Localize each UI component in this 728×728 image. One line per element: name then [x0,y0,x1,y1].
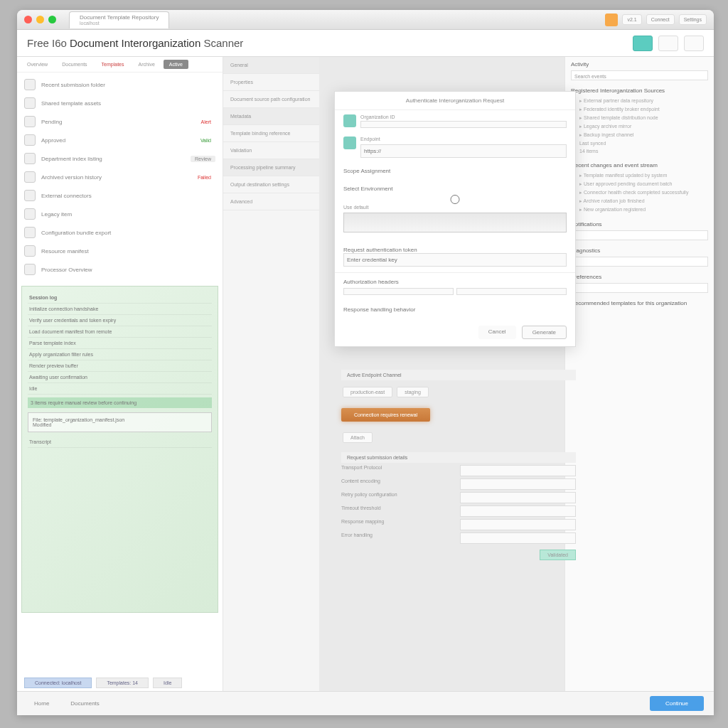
preferences-box[interactable] [571,283,708,293]
sidebar-item[interactable]: Resource manifest [17,242,223,260]
endpoint-input[interactable] [360,144,567,158]
sidebar-item[interactable]: Archived version historyFailed [17,168,223,186]
property-section[interactable]: Template binding reference [223,125,319,142]
status-templates: Templates: 14 [96,678,149,688]
property-section[interactable]: Properties [223,74,319,91]
event-item[interactable]: Connector health check completed success… [571,188,708,197]
sidebar-item-label: Recent submission folder [41,82,215,88]
field-input[interactable] [460,505,576,517]
document-icon [24,116,36,127]
footer-documents[interactable]: Documents [63,697,106,710]
property-section[interactable]: Processing pipeline summary [223,159,319,176]
header-action-3[interactable] [684,36,704,51]
tab-archive[interactable]: Archive [133,60,161,69]
field-label: Timeout threshold [341,505,456,517]
source-item[interactable]: Backup ingest channel [571,131,708,139]
status-tag: Review [191,156,215,162]
property-section[interactable]: Validation [223,142,319,159]
sidebar-item[interactable]: Configuration bundle export [17,223,223,242]
sidebar-item[interactable]: ApprovedValid [17,131,223,149]
form-row: Retry policy configuration [341,492,576,503]
env-pill-prod[interactable]: production-east [343,387,392,397]
source-item[interactable]: Federated identity broker endpoint [571,105,708,114]
log-row: Load document manifest from remote [28,326,212,338]
source-item[interactable]: Legacy archive mirror [571,122,708,131]
right-panel: Activity Search events Registered Intero… [564,57,714,715]
sidebar-item[interactable]: PendingAlert [17,112,223,131]
window-controls [24,16,56,23]
property-section[interactable]: General [223,57,319,74]
diagnostics-title: Diagnostics [571,247,708,254]
browser-tab[interactable]: Document Template Repository localhost [69,11,169,28]
log-row: Verify user credentials and token expiry [28,315,212,326]
property-section[interactable]: Document source path configuration [223,91,319,108]
diagnostics-box[interactable] [571,257,708,267]
validated-badge: Validated [540,550,576,560]
source-item[interactable]: External partner data repository [571,97,708,105]
footer: Home Documents Continue [17,691,714,715]
sidebar: Overview Documents Templates Archive Act… [17,57,223,715]
header-key-input[interactable] [343,288,454,295]
credential-input[interactable] [343,253,567,267]
sidebar-item[interactable]: Shared template assets [17,94,223,112]
sidebar-item[interactable]: Legacy item [17,205,223,223]
sidebar-item[interactable]: Processor Overview [17,260,223,279]
event-item[interactable]: User approved pending document batch [571,180,708,188]
header-action-2[interactable] [658,36,678,51]
property-section[interactable]: Metadata [223,108,319,125]
sidebar-item[interactable]: External connectors [17,186,223,205]
source-item[interactable]: Shared template distribution node [571,114,708,122]
app-window: Document Template Repository localhost v… [17,10,714,715]
search-events-input[interactable]: Search events [571,70,708,80]
default-radio[interactable] [343,195,567,204]
sidebar-item[interactable]: Recent submission folder [17,75,223,94]
env-pill-staging[interactable]: staging [397,387,429,397]
close-icon[interactable] [24,16,32,23]
field-input[interactable] [460,478,576,490]
header-action-primary[interactable] [633,36,653,51]
field-label: Response mapping [341,519,456,530]
sidebar-item-label: Archived version history [41,174,188,181]
tab-active[interactable]: Active [164,60,188,69]
form-row: Error handling [341,532,576,544]
environment-selector[interactable] [343,213,567,232]
titlebar: Document Template Repository localhost v… [17,10,714,30]
field-input[interactable] [460,532,576,544]
sidebar-item-label: Legacy item [41,211,215,218]
log-row: Apply organization filter rules [28,349,212,360]
chip-icon-2[interactable] [343,136,356,149]
log-header: Session log [28,292,212,304]
header-val-input[interactable] [456,288,567,295]
sidebar-item-label: Shared template assets [41,100,215,107]
field-label: Retry policy configuration [341,492,456,503]
property-section[interactable]: Advanced [223,193,319,210]
connect-button[interactable]: Connect [646,14,675,25]
field-input[interactable] [460,519,576,530]
event-item[interactable]: New organization registered [571,205,708,214]
attach-button[interactable]: Attach [343,432,373,443]
field-input[interactable] [460,492,576,503]
generate-button[interactable]: Generate [522,326,567,339]
settings-button[interactable]: Settings [679,14,707,25]
page-title: Free I6o Document Interorganization Scan… [27,37,243,49]
minimize-icon[interactable] [36,16,44,23]
maximize-icon[interactable] [48,16,56,23]
sidebar-list: Recent submission folderShared template … [17,73,223,282]
notifications-box[interactable] [571,230,708,240]
org-id-label: Organization ID [360,114,567,119]
document-icon [24,97,36,109]
tab-documents[interactable]: Documents [56,60,92,69]
field-input[interactable] [460,465,576,476]
org-id-input[interactable] [360,121,567,128]
tab-templates[interactable]: Templates [96,60,130,69]
event-item[interactable]: Archive rotation job finished [571,197,708,205]
tab-overview[interactable]: Overview [21,60,53,69]
chip-icon-1[interactable] [343,114,356,127]
sidebar-item[interactable]: Department index listingReview [17,149,223,168]
event-item[interactable]: Template manifest updated by system [571,171,708,180]
cancel-button[interactable]: Cancel [478,326,516,339]
property-section[interactable]: Output destination settings [223,176,319,193]
footer-home[interactable]: Home [27,697,56,710]
document-icon [24,190,36,201]
continue-button[interactable]: Continue [650,696,704,711]
